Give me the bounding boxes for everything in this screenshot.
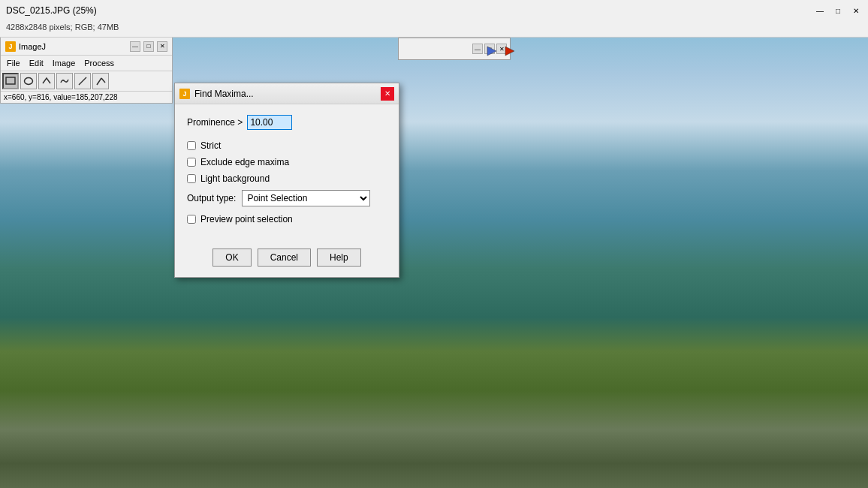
red-arrow-icon (502, 44, 517, 59)
preview-label: Preview point selection (200, 214, 293, 224)
ok-button[interactable]: OK (212, 249, 251, 267)
find-maxima-dialog: J Find Maxima... ✕ Prominence > Strict E… (174, 83, 399, 278)
status-text: x=660, y=816, value=185,207,228 (4, 93, 118, 101)
imagej-titlebar: J ImageJ — □ ✕ (1, 38, 172, 56)
menu-file[interactable]: File (2, 57, 25, 69)
exclude-edge-checkbox-row: Exclude edge maxima (187, 157, 387, 167)
cancel-button[interactable]: Cancel (258, 249, 311, 267)
help-button[interactable]: Help (317, 249, 361, 267)
imagej-maximize-btn[interactable]: □ (143, 41, 154, 52)
strict-label: Strict (200, 140, 221, 151)
imagej-title: ImageJ (19, 42, 130, 51)
line-icon (77, 76, 88, 86)
imagej-menubar: File Edit Image Process (1, 56, 172, 71)
light-background-label: Light background (200, 173, 270, 184)
maximize-button[interactable]: □ (832, 5, 844, 17)
image-info: 4288x2848 pixels; RGB; 47MB (6, 23, 119, 32)
dialog-titlebar: J Find Maxima... ✕ (175, 83, 399, 104)
tool-line[interactable] (74, 73, 91, 89)
imagej-icon: J (5, 41, 16, 52)
oval-icon (23, 76, 34, 86)
secondary-toolbar (484, 44, 517, 59)
window-controls: — □ ✕ (814, 5, 862, 17)
imagej-close-btn[interactable]: ✕ (157, 41, 167, 52)
secondary-minimize-btn[interactable]: — (472, 44, 483, 54)
exclude-edge-label: Exclude edge maxima (200, 157, 289, 167)
svg-point-1 (25, 78, 33, 85)
dialog-icon: J (179, 89, 190, 99)
output-type-select[interactable]: Single Points Maximum Within Tolerance P… (242, 190, 370, 206)
window-title: DSC_0215.JPG (25%) (6, 5, 814, 16)
svg-marker-6 (505, 47, 514, 56)
strict-checkbox[interactable] (187, 141, 196, 150)
prominence-row: Prominence > (187, 115, 387, 130)
imagej-panel: J ImageJ — □ ✕ File Edit Image Process (0, 38, 173, 104)
rectangle-icon (5, 76, 16, 86)
strict-checkbox-row: Strict (187, 140, 387, 151)
prominence-input[interactable] (247, 115, 292, 130)
tool-angle[interactable] (92, 73, 109, 89)
imagej-status: x=660, y=816, value=185,207,228 (1, 92, 172, 103)
svg-line-4 (101, 78, 105, 83)
prominence-label: Prominence > (187, 117, 243, 128)
light-background-checkbox[interactable] (187, 174, 196, 183)
dialog-close-button[interactable]: ✕ (381, 87, 394, 101)
close-button[interactable]: ✕ (850, 5, 862, 17)
angle-icon (95, 76, 106, 86)
tool-freehand[interactable] (56, 73, 73, 89)
tool-rectangle[interactable] (2, 73, 19, 89)
dialog-buttons: OK Cancel Help (175, 241, 399, 277)
arrow-tool-icon (484, 44, 499, 59)
imagej-toolbar (1, 71, 172, 92)
dialog-title: Find Maxima... (194, 89, 381, 99)
svg-rect-0 (6, 77, 15, 84)
menu-process[interactable]: Process (80, 57, 119, 69)
preview-checkbox-row: Preview point selection (187, 214, 387, 224)
tool-polygon[interactable] (38, 73, 55, 89)
freehand-icon (59, 76, 70, 86)
svg-line-3 (97, 78, 101, 85)
imagej-minimize-btn[interactable]: — (130, 41, 140, 52)
main-window-titlebar: DSC_0215.JPG (25%) — □ ✕ 4288x2848 pixel… (0, 0, 868, 38)
light-background-checkbox-row: Light background (187, 173, 387, 184)
minimize-button[interactable]: — (814, 5, 826, 17)
menu-edit[interactable]: Edit (25, 57, 48, 69)
output-type-label: Output type: (187, 193, 236, 203)
dialog-content: Prominence > Strict Exclude edge maxima … (175, 104, 399, 241)
svg-line-2 (79, 77, 86, 85)
svg-marker-5 (487, 47, 496, 56)
polygon-icon (41, 76, 52, 86)
menu-image[interactable]: Image (48, 57, 80, 69)
exclude-edge-checkbox[interactable] (187, 158, 196, 167)
preview-checkbox[interactable] (187, 215, 196, 224)
output-type-row: Output type: Single Points Maximum Withi… (187, 190, 387, 206)
imagej-window-controls: — □ ✕ (130, 41, 167, 52)
tool-oval[interactable] (20, 73, 37, 89)
